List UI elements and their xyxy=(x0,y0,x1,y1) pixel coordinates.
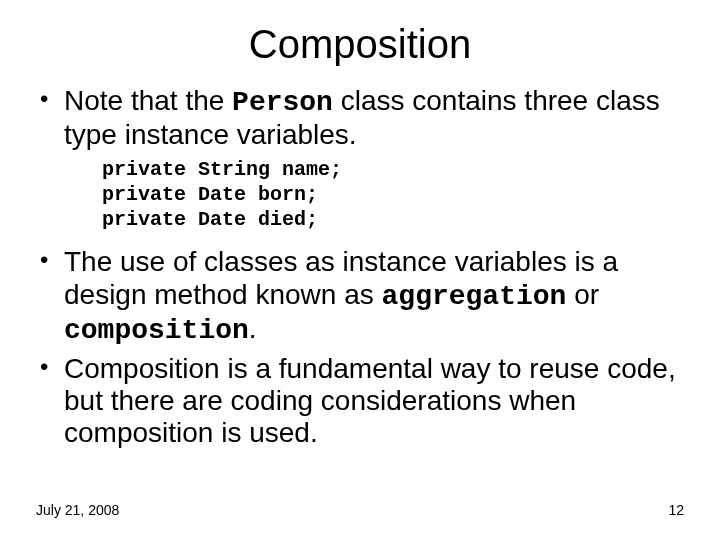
bullet-3: Composition is a fundamental way to reus… xyxy=(60,353,684,450)
slide-title: Composition xyxy=(36,22,684,67)
bullet-1-mono-person: Person xyxy=(232,87,333,118)
code-block: private String name; private Date born; … xyxy=(102,157,684,232)
footer-page-number: 12 xyxy=(668,502,684,518)
bullet-list-2: The use of classes as instance variables… xyxy=(36,246,684,449)
bullet-1-text-pre: Note that the xyxy=(64,85,232,116)
footer-date: July 21, 2008 xyxy=(36,502,119,518)
bullet-3-text: Composition is a fundamental way to reus… xyxy=(64,353,676,448)
bullet-1: Note that the Person class contains thre… xyxy=(60,85,684,151)
slide: Composition Note that the Person class c… xyxy=(0,0,720,540)
bullet-2-text-mid: or xyxy=(566,279,599,310)
bullet-2-mono-composition: composition xyxy=(64,315,249,346)
bullet-2-mono-aggregation: aggregation xyxy=(382,281,567,312)
bullet-2-text-post: . xyxy=(249,313,257,344)
bullet-2: The use of classes as instance variables… xyxy=(60,246,684,347)
bullet-list: Note that the Person class contains thre… xyxy=(36,85,684,151)
